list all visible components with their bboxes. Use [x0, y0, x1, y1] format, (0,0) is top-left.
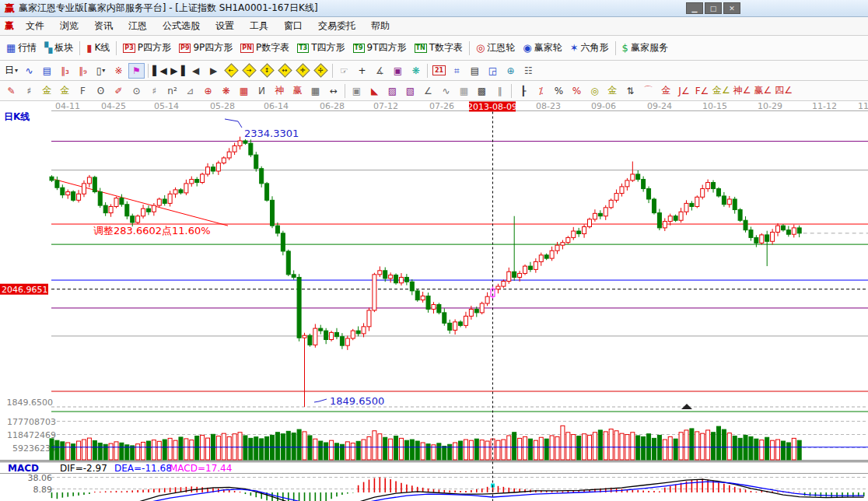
tick-grid-icon[interactable]: ♯: [146, 83, 163, 99]
notes-button[interactable]: ▤: [467, 63, 483, 79]
bars3-tool-icon[interactable]: ∥₃: [57, 63, 73, 79]
close-button[interactable]: ✕: [723, 2, 740, 14]
pen-tool-icon[interactable]: ✎: [3, 83, 19, 99]
t-number-table-button[interactable]: TNT数字表: [411, 40, 467, 56]
menu-tools[interactable]: 工具: [242, 18, 276, 34]
p-number-table-button[interactable]: PNP数字表: [236, 40, 293, 56]
market-quotes-button[interactable]: ▦行情: [2, 40, 40, 56]
gold-circle-icon[interactable]: ◎: [586, 83, 603, 99]
fan-lines-icon[interactable]: ◣: [366, 83, 383, 99]
diamond-expand-button[interactable]: ↔: [277, 63, 293, 79]
menu-news[interactable]: 资讯: [86, 18, 121, 34]
diamond-updown-button[interactable]: ↕: [259, 63, 275, 79]
grid-light-icon[interactable]: ▦: [456, 83, 472, 99]
winner-wheel-button[interactable]: ◉赢家轮: [519, 40, 565, 56]
menu-window[interactable]: 窗口: [276, 18, 310, 34]
menu-settings[interactable]: 设置: [208, 18, 242, 34]
menu-help[interactable]: 帮助: [363, 18, 397, 34]
market-quotes-button-label: 行情: [18, 41, 37, 54]
period-day-dropdown[interactable]: 日▾: [3, 63, 19, 79]
menu-trade-order[interactable]: 交易委托: [310, 18, 363, 34]
n2-grid-icon[interactable]: n²: [164, 83, 180, 99]
wave-tool-icon[interactable]: ∿: [21, 63, 37, 79]
hexagon-button[interactable]: ✶六角形: [566, 40, 613, 56]
gold-angle-icon[interactable]: 金∠: [712, 83, 731, 99]
pen-angle-icon[interactable]: ✐: [110, 83, 127, 99]
fan-box-icon[interactable]: ▨: [384, 83, 401, 99]
curve-tool-icon[interactable]: ⌒: [640, 83, 656, 99]
shen-grid-icon[interactable]: 神: [271, 83, 288, 99]
gold-grid1-icon[interactable]: 金: [39, 83, 55, 99]
percent-icon[interactable]: %: [551, 83, 567, 99]
maximize-button[interactable]: □: [705, 2, 722, 14]
menu-file[interactable]: 文件: [18, 18, 52, 34]
gold-lines-icon[interactable]: 金: [604, 83, 621, 99]
win-grid-icon[interactable]: 赢: [289, 83, 306, 99]
percent-wave-icon[interactable]: ⁒: [533, 83, 549, 99]
grid-dark-icon[interactable]: ▩: [474, 83, 490, 99]
wave-mark-icon[interactable]: И: [254, 83, 270, 99]
calendar-button[interactable]: 21: [431, 63, 447, 79]
t-square-button[interactable]: T3T四方形: [293, 40, 348, 56]
updown-pen-icon[interactable]: ⇅: [622, 83, 639, 99]
analysis-tool-button[interactable]: ❋: [408, 63, 424, 79]
circle-cross-icon[interactable]: ⊕: [200, 83, 216, 99]
network-button[interactable]: ⊕: [502, 63, 519, 79]
color-chart-tool-icon[interactable]: ⚑: [128, 63, 145, 79]
kline-button[interactable]: ▮K线: [82, 40, 114, 56]
gold-grid2-icon[interactable]: 金: [57, 83, 73, 99]
9p-square-button[interactable]: P99P四方形: [175, 40, 236, 56]
menu-browse[interactable]: 浏览: [52, 18, 86, 34]
next-bar-button[interactable]: ▶: [205, 63, 222, 79]
spiral-tool-icon[interactable]: ʘ: [93, 83, 109, 99]
print-button[interactable]: ☷: [520, 63, 537, 79]
prev-bar-button[interactable]: ◀: [187, 63, 204, 79]
pattern-tool-icon[interactable]: ※: [110, 63, 127, 79]
gann-wheel-button[interactable]: ◎江恩轮: [472, 40, 519, 56]
skip-last-button[interactable]: ▶▐: [170, 63, 186, 79]
diamond-move-button[interactable]: ✢: [313, 63, 329, 79]
hand-tool-button[interactable]: ☞: [336, 63, 352, 79]
minimize-button[interactable]: ▁: [686, 2, 703, 14]
price-marks-icon[interactable]: ┠: [515, 83, 531, 99]
grid-123-icon[interactable]: ▦: [307, 83, 324, 99]
skip-first-button[interactable]: ▌◀: [152, 63, 168, 79]
f-angle-icon[interactable]: F∠: [694, 83, 710, 99]
shen-angle-icon[interactable]: 神∠: [733, 83, 752, 99]
angle-measure-button[interactable]: ∡: [372, 63, 388, 79]
comb-grid-icon[interactable]: ♯: [21, 83, 37, 99]
candlestick-chart[interactable]: 04-1104-2505-1405-2806-1406-2807-1207-26…: [0, 101, 868, 501]
j-angle-icon[interactable]: J∠: [676, 83, 692, 99]
menu-formula-picker[interactable]: 公式选股: [155, 18, 208, 34]
candle-style-dropdown[interactable]: ▯▾: [93, 63, 109, 79]
zigzag-line-icon[interactable]: ∿: [438, 83, 454, 99]
9t-square-button[interactable]: T99T四方形: [349, 40, 411, 56]
region-tool-button[interactable]: ▣: [390, 63, 406, 79]
diamond-right-button[interactable]: →: [241, 63, 257, 79]
diamond-left-button[interactable]: ←: [223, 63, 240, 79]
crosshair-tool-button[interactable]: +: [354, 63, 370, 79]
save-button[interactable]: ◲: [485, 63, 501, 79]
sectors-button[interactable]: ▚板块: [40, 40, 77, 56]
four-angle-icon[interactable]: 四∠: [774, 83, 793, 99]
f-grid-icon[interactable]: F: [75, 83, 91, 99]
compass-circle-icon[interactable]: ⊙: [128, 83, 145, 99]
note-tool-icon[interactable]: ▤: [39, 63, 55, 79]
angle-line-icon[interactable]: ∠: [420, 83, 436, 99]
winner-service-button[interactable]: $赢家服务: [618, 40, 672, 56]
percent-line-icon[interactable]: %: [569, 83, 585, 99]
parallel-lines-icon[interactable]: ∥: [492, 83, 508, 99]
p-square-button[interactable]: P3P四方形: [119, 40, 175, 56]
box-select-icon[interactable]: ▣: [348, 83, 365, 99]
snowflake-fan-icon[interactable]: ❋: [218, 83, 234, 99]
diamond-cross-button[interactable]: ✛: [295, 63, 311, 79]
menu-gann[interactable]: 江恩: [121, 18, 155, 34]
win-angle-icon[interactable]: 赢∠: [754, 83, 773, 99]
bars9-tool-icon[interactable]: ∥₉: [75, 63, 91, 79]
ruler-angle-icon[interactable]: ⊿: [182, 83, 198, 99]
square-spiral-icon[interactable]: ▦: [236, 83, 252, 99]
line-box-icon[interactable]: ▧: [402, 83, 418, 99]
span-measure-icon[interactable]: ↔: [325, 83, 341, 99]
gold-box-icon[interactable]: 金: [658, 83, 674, 99]
calculator-button[interactable]: ⌗: [449, 63, 465, 79]
